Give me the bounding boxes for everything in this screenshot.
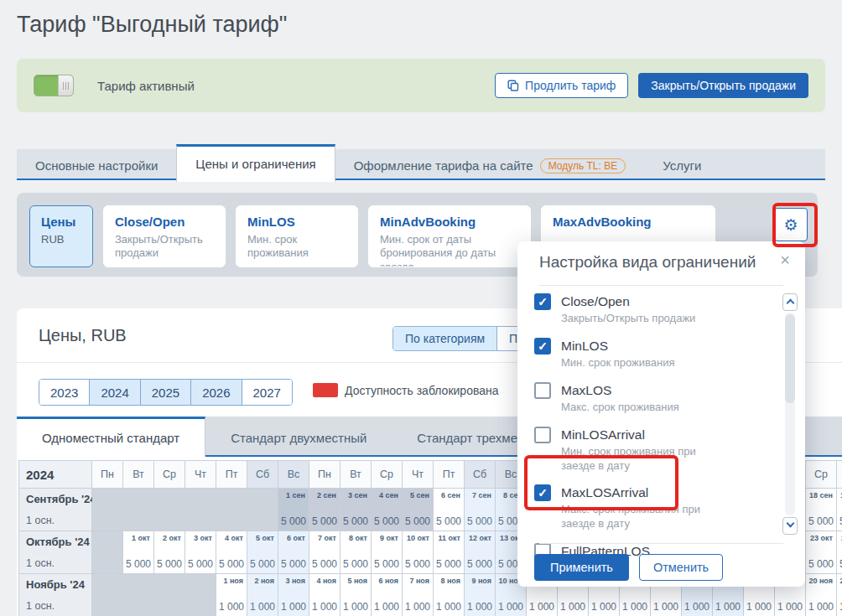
price-cell[interactable]: 3 окт5 000 (185, 531, 216, 574)
price-value: 5 000 (309, 515, 340, 531)
tab-основные-настройки[interactable]: Основные настройки (17, 151, 176, 180)
price-cell[interactable]: 8 окт5 000 (340, 531, 372, 574)
price-cell[interactable]: 4 сен5 000 (372, 489, 403, 531)
price-value: 1 000 (309, 601, 340, 616)
price-cell[interactable]: 23 окт5 000 (806, 531, 837, 574)
module-badge: Модуль TL: BE (540, 158, 626, 173)
price-value: 5 000 (434, 515, 464, 531)
date-label: 6 окт (278, 531, 309, 542)
room-tab-одноместный-стандарт[interactable]: Одноместный стандарт (17, 417, 205, 457)
scrollbar-track[interactable] (785, 313, 795, 515)
restriction-card-close-open[interactable]: Close/OpenЗакрыть/Открыть продажи (103, 205, 226, 267)
scroll-down-button[interactable] (782, 517, 798, 535)
year-2026[interactable]: 2026 (190, 380, 241, 405)
price-cell[interactable]: 3 ноя1 000 (278, 574, 309, 616)
checkbox-minlosarrival[interactable] (534, 427, 551, 443)
date-label: 12 окт (465, 531, 495, 542)
price-cell[interactable]: 1 сен5 000 (278, 489, 309, 531)
cancel-button[interactable]: Отменить (639, 554, 723, 581)
price-cell[interactable]: 5 ноя1 000 (340, 574, 372, 616)
tab-оформление-тарифа-на-сайте[interactable]: Оформление тарифа на сайтеМодуль TL: BE (335, 151, 645, 180)
price-value: 1 000 (806, 601, 836, 616)
restriction-settings-gear-button[interactable]: ⚙ (774, 208, 808, 241)
price-cell[interactable]: 1 окт5 000 (123, 531, 154, 574)
banner-actions: Продлить тариф Закрыть/Открыть продажи (495, 73, 808, 98)
price-cell[interactable]: 4 окт5 000 (216, 531, 247, 574)
restriction-name: Close/Open (561, 293, 776, 310)
price-cell[interactable]: 19 сен5 000 (837, 489, 842, 531)
price-cell[interactable]: 10 окт5 000 (403, 531, 434, 574)
scrollbar-thumb[interactable] (785, 314, 795, 403)
close-icon[interactable]: × (780, 251, 790, 268)
day-of-week-header: Пн (309, 460, 340, 489)
price-cell[interactable]: 7 сен5 000 (465, 489, 496, 531)
year-2023[interactable]: 2023 (39, 380, 89, 405)
date-label: 4 сен (372, 489, 402, 500)
restriction-card-minlos[interactable]: MinLOSМин. срок проживания (236, 205, 358, 267)
price-cell[interactable]: 2 ноя1 000 (247, 574, 278, 616)
popup-actions: Применить Отменить (534, 554, 723, 581)
room-tab-стандарт-двухместный[interactable]: Стандарт двухместный (205, 418, 392, 457)
year-2027[interactable]: 2027 (242, 380, 292, 405)
tab-цены-и-ограничения[interactable]: Цены и ограничения (176, 144, 335, 182)
price-cell[interactable]: 4 ноя1 000 (309, 574, 340, 616)
price-value: 1 000 (589, 601, 619, 616)
card-subtitle: Мин. срок от даты бронирования до даты з… (380, 233, 519, 267)
price-cell[interactable]: 6 окт5 000 (278, 531, 309, 574)
price-cell[interactable]: 7 окт5 000 (309, 531, 340, 574)
price-cell[interactable]: 2 сен5 000 (309, 489, 340, 531)
price-cell[interactable]: 5 сен5 000 (403, 489, 434, 531)
restriction-card-цены[interactable]: ЦеныRUB (29, 205, 93, 267)
price-cell[interactable]: 24 окт5 000 (837, 531, 842, 574)
view-option-по-категориям[interactable]: По категориям (393, 327, 496, 350)
price-cell[interactable]: 20 ноя1 000 (806, 574, 837, 616)
divider (539, 543, 783, 544)
checkbox-minlos[interactable]: ✓ (534, 338, 551, 355)
price-cell[interactable]: 8 ноя1 000 (434, 574, 465, 616)
date-label: 1 сен (278, 489, 309, 500)
price-value: 5 000 (216, 558, 247, 573)
price-cell[interactable]: 5 окт5 000 (247, 531, 278, 574)
price-cell[interactable]: 21 ноя1 000 (837, 574, 842, 616)
price-cell[interactable]: 9 ноя1 000 (465, 574, 496, 616)
price-value: 1 000 (372, 601, 402, 616)
checkbox-close/open[interactable]: ✓ (534, 293, 551, 310)
price-value: 1 000 (340, 601, 371, 616)
day-of-week-header: Чт (185, 460, 216, 489)
day-of-week-header: Вс (278, 460, 309, 489)
price-value: 5 000 (837, 515, 842, 531)
close-open-sales-button[interactable]: Закрыть/Открыть продажи (638, 73, 808, 98)
checkbox-maxlos[interactable] (534, 382, 551, 399)
price-cell[interactable]: 12 окт5 000 (465, 531, 496, 574)
year-2025[interactable]: 2025 (140, 380, 190, 405)
restriction-card-minadvbooking[interactable]: MinAdvBookingМин. срок от даты бронирова… (368, 205, 531, 267)
price-cell[interactable]: 1 ноя1 000 (216, 574, 247, 616)
year-selector: 20232024202520262027 (39, 379, 293, 406)
apply-button[interactable]: Применить (534, 554, 629, 581)
price-cell[interactable]: 7 ноя1 000 (403, 574, 434, 616)
extend-tariff-button[interactable]: Продлить тариф (495, 73, 628, 98)
scroll-up-button[interactable] (782, 293, 798, 311)
price-cell[interactable]: 3 сен5 000 (340, 489, 372, 531)
popup-title: Настройка вида ограничений (539, 253, 756, 272)
price-value: 1 000 (403, 601, 433, 616)
date-label: 7 окт (309, 531, 340, 542)
date-label: 7 сен (465, 489, 495, 500)
tariff-status-label: Тариф активный (97, 79, 195, 93)
price-cell[interactable]: 2 окт5 000 (154, 531, 185, 574)
checkbox-maxlosarrival[interactable]: ✓ (534, 484, 551, 501)
year-2024[interactable]: 2024 (89, 380, 139, 405)
price-cell[interactable]: 6 ноя1 000 (372, 574, 403, 616)
tab-услуги[interactable]: Услуги (644, 151, 720, 180)
price-cell[interactable]: 11 окт5 000 (434, 531, 465, 574)
price-value: 5 000 (806, 515, 836, 531)
price-cell[interactable]: 18 сен5 000 (806, 489, 837, 531)
tariff-active-toggle[interactable] (34, 75, 74, 96)
price-cell[interactable]: 9 окт5 000 (372, 531, 403, 574)
price-value: 5 000 (403, 515, 433, 531)
date-label: 6 ноя (372, 574, 402, 585)
price-value: 1 000 (527, 601, 557, 616)
empty-days-cell (92, 531, 123, 574)
empty-days-cell (92, 489, 278, 531)
price-cell[interactable]: 6 сен5 000 (434, 489, 465, 531)
